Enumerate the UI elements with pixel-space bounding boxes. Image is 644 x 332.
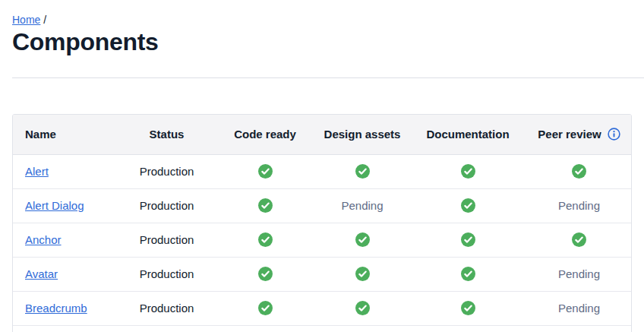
breadcrumb-separator: / bbox=[43, 14, 46, 26]
divider bbox=[12, 77, 644, 78]
column-header-documentation: Documentation bbox=[409, 115, 527, 154]
status-text: Production bbox=[140, 165, 194, 178]
status-text: Production bbox=[140, 302, 194, 315]
check-circle-icon bbox=[461, 164, 475, 179]
check-circle-icon bbox=[258, 232, 273, 247]
breadcrumb: Home/ bbox=[12, 12, 644, 27]
status-text: Production bbox=[140, 233, 194, 246]
component-link[interactable]: Alert bbox=[25, 165, 49, 178]
pending-label: Pending bbox=[558, 302, 600, 315]
table-body: Alert Production Alert Dialog Product bbox=[13, 154, 631, 332]
components-table-card: Name Status Code ready Design assets Doc… bbox=[12, 114, 632, 332]
check-circle-icon bbox=[258, 267, 273, 281]
pending-label: Pending bbox=[558, 199, 600, 212]
component-link[interactable]: Anchor bbox=[25, 233, 62, 246]
table-row: Anchor Production bbox=[13, 223, 631, 257]
check-circle-icon bbox=[355, 267, 370, 281]
column-header-peer-review: Peer review bbox=[527, 115, 631, 154]
page: Home/ Components Name Status Code ready … bbox=[0, 0, 644, 332]
check-circle-icon bbox=[572, 164, 586, 179]
table-row: Breadcrumb Production Pending bbox=[13, 291, 631, 325]
table-row: Alert Dialog Production Pending Pending bbox=[13, 188, 631, 223]
breadcrumb-home-link[interactable]: Home bbox=[12, 14, 40, 26]
component-link[interactable]: Breadcrumb bbox=[25, 302, 87, 315]
table-row-partial bbox=[13, 325, 631, 332]
table-header-row: Name Status Code ready Design assets Doc… bbox=[13, 115, 631, 154]
column-header-code-ready: Code ready bbox=[214, 115, 316, 154]
page-title: Components bbox=[12, 27, 632, 56]
status-text: Production bbox=[140, 267, 194, 280]
components-table: Name Status Code ready Design assets Doc… bbox=[13, 115, 631, 332]
check-circle-icon bbox=[258, 198, 273, 213]
peer-review-label: Peer review bbox=[538, 128, 601, 141]
check-circle-icon bbox=[355, 164, 370, 179]
check-circle-icon bbox=[461, 267, 475, 281]
pending-label: Pending bbox=[341, 199, 383, 212]
check-circle-icon bbox=[258, 301, 273, 315]
status-text: Production bbox=[140, 199, 194, 212]
table-row: Alert Production bbox=[13, 154, 631, 188]
component-link[interactable]: Alert Dialog bbox=[25, 199, 84, 212]
check-circle-icon bbox=[355, 232, 370, 247]
column-header-status: Status bbox=[119, 115, 214, 154]
column-header-design-assets: Design assets bbox=[316, 115, 409, 154]
check-circle-icon bbox=[461, 232, 475, 247]
check-circle-icon bbox=[461, 198, 475, 213]
check-circle-icon bbox=[355, 301, 370, 315]
pending-label: Pending bbox=[558, 267, 600, 280]
component-link[interactable]: Avatar bbox=[25, 267, 58, 280]
check-circle-icon bbox=[258, 164, 273, 179]
check-circle-icon bbox=[572, 232, 586, 247]
column-header-name: Name bbox=[13, 115, 119, 154]
table-row: Avatar Production Pending bbox=[13, 257, 631, 291]
info-icon[interactable] bbox=[608, 128, 620, 141]
check-circle-icon bbox=[461, 301, 475, 315]
